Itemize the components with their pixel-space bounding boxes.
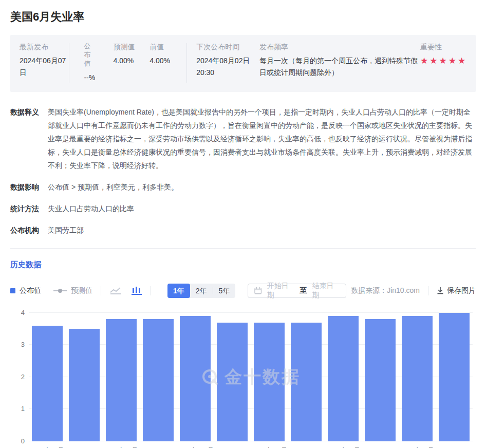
range-button-1y[interactable]: 1年 xyxy=(167,284,190,298)
bar-chart-icon[interactable] xyxy=(131,286,142,295)
x-axis-tick-label: 2023年 6月 xyxy=(29,446,66,448)
bar-cell xyxy=(325,313,362,441)
section-label: 公布机构 xyxy=(10,223,48,237)
bar-2023-09[interactable] xyxy=(143,319,174,441)
section-label: 统计方法 xyxy=(10,202,48,215)
published-value-label: 公布值 xyxy=(84,42,91,68)
frequency-label: 发布频率 xyxy=(259,42,420,51)
bar-cell xyxy=(177,313,214,441)
data-source-text: 数据来源：Jin10.com xyxy=(351,286,420,295)
x-axis-tick-label: 2023年12月 xyxy=(251,446,288,448)
save-image-button[interactable]: 保存图片 xyxy=(437,286,476,295)
published-value: --% xyxy=(84,72,113,84)
x-axis-tick-label: 2023年 10月 xyxy=(177,446,214,448)
x-axis-tick-label xyxy=(140,446,177,448)
date-range-picker[interactable]: 开始日期 至 结束日期 xyxy=(248,284,346,298)
bar-2023-06[interactable] xyxy=(32,326,63,441)
bar-cell xyxy=(140,313,177,441)
divider xyxy=(186,43,187,83)
bar-cell xyxy=(29,313,66,441)
latest-release-value: 2024年06月07日 xyxy=(20,55,69,79)
x-axis-tick-label xyxy=(362,446,399,448)
indicator-sections: 数据释义 美国失业率(Unemployment Rate)，也是美国就业报告中的… xyxy=(10,105,476,237)
bar-2023-11[interactable] xyxy=(217,323,248,441)
legend-published-swatch xyxy=(10,288,15,293)
x-axis-tick-label xyxy=(66,446,103,448)
latest-release-col: 最新发布 2024年06月07日 xyxy=(20,42,69,84)
legend-forecast-swatch xyxy=(53,290,67,291)
forecast-value-label: 预测值 xyxy=(113,42,149,51)
bar-2023-10[interactable] xyxy=(180,316,211,441)
bars-row xyxy=(29,313,473,441)
section-label: 数据影响 xyxy=(10,180,48,194)
section-row-agency: 公布机构 美国劳工部 xyxy=(10,223,476,237)
bar-cell xyxy=(214,313,251,441)
start-date-input[interactable]: 开始日期 xyxy=(267,282,295,300)
range-button-2y[interactable]: 2年 xyxy=(190,284,213,298)
range-button-group: 1年 2年 5年 xyxy=(167,284,235,298)
forecast-value: 4.00% xyxy=(113,55,149,67)
frequency-col: 发布频率 每月一次（每月的第一个周五公布，遇到特殊节假日或统计周期问题除外） xyxy=(259,42,420,84)
bar-cell xyxy=(66,313,103,441)
section-divider xyxy=(10,248,476,249)
legend-forecast-label: 预测值 xyxy=(71,286,92,295)
bar-2024-04[interactable] xyxy=(402,316,433,441)
next-release-value: 2024年08月02日 20:30 xyxy=(196,55,259,79)
divider xyxy=(428,286,428,295)
legend-published[interactable]: 公布值 xyxy=(10,286,41,295)
y-axis-tick-label: 0 xyxy=(15,437,25,445)
y-axis-tick-label: 1 xyxy=(15,405,25,413)
section-row-definition: 数据释义 美国失业率(Unemployment Rate)，也是美国就业报告中的… xyxy=(10,105,476,172)
section-text: 公布值 > 预期值，利空美元，利多非美。 xyxy=(48,180,476,194)
section-text: 美国失业率(Unemployment Rate)，也是美国就业报告中的另外一个项… xyxy=(48,105,476,172)
bar-cell xyxy=(103,313,140,441)
divider xyxy=(151,286,151,295)
bar-cell xyxy=(436,313,473,441)
bar-2024-02[interactable] xyxy=(328,316,359,441)
section-row-method: 统计方法 失业人口占劳动人口的比率 xyxy=(10,202,476,215)
section-row-impact: 数据影响 公布值 > 预期值，利空美元，利多非美。 xyxy=(10,180,476,194)
importance-label: 重要性 xyxy=(420,42,466,51)
divider xyxy=(101,286,101,295)
indicator-summary-bar: 最新发布 2024年06月07日 公布值 --% 预测值 4.00% 前值 4.… xyxy=(10,35,476,92)
legend-published-label: 公布值 xyxy=(20,286,41,295)
end-date-input[interactable]: 结束日期 xyxy=(312,282,340,300)
latest-release-label: 最新发布 xyxy=(20,42,69,51)
importance-col: 重要性 ★★★★★ xyxy=(420,42,466,84)
x-axis-tick-label xyxy=(436,446,473,448)
page: 美国6月失业率 最新发布 2024年06月07日 公布值 --% 预测值 4.0… xyxy=(0,0,486,448)
next-release-col: 下次公布时间 2024年08月02日 20:30 xyxy=(196,42,259,84)
bar-2023-12[interactable] xyxy=(254,323,285,441)
history-data-title: 历史数据 xyxy=(10,260,476,270)
bar-2024-03[interactable] xyxy=(365,319,396,441)
forecast-value-col: 预测值 4.00% xyxy=(113,42,149,84)
bar-cell xyxy=(288,313,325,441)
x-axis-tick-label: 2024年 2月 xyxy=(325,446,362,448)
bar-cell xyxy=(251,313,288,441)
next-release-label: 下次公布时间 xyxy=(196,42,259,51)
bar-2023-07[interactable] xyxy=(69,329,100,441)
section-text: 失业人口占劳动人口的比率 xyxy=(48,202,476,215)
line-chart-icon[interactable] xyxy=(109,287,122,295)
importance-stars: ★★★★★ xyxy=(420,55,466,67)
section-label: 数据释义 xyxy=(10,105,48,172)
bar-2024-05[interactable] xyxy=(439,313,470,441)
section-text: 美国劳工部 xyxy=(48,223,476,237)
bar-cell xyxy=(362,313,399,441)
bar-2024-01[interactable] xyxy=(291,323,322,441)
chart-controls: 公布值 预测值 1年 2年 5年 xyxy=(10,283,476,298)
legend-forecast[interactable]: 预测值 xyxy=(41,286,92,295)
published-value-col: 公布值 --% xyxy=(84,42,113,84)
y-axis-tick-label: 3 xyxy=(15,341,25,348)
page-title: 美国6月失业率 xyxy=(10,9,476,25)
x-axis-tick-label xyxy=(214,446,251,448)
y-axis-tick-label: 2 xyxy=(15,373,25,381)
bar-cell xyxy=(399,313,436,441)
range-button-5y[interactable]: 5年 xyxy=(213,284,236,298)
x-axis-tick-label xyxy=(288,446,325,448)
x-axis-tick-label: 2024年 4月 xyxy=(399,446,436,448)
bar-2023-08[interactable] xyxy=(106,319,137,441)
save-image-label: 保存图片 xyxy=(447,286,476,295)
previous-value: 4.00% xyxy=(149,55,186,67)
previous-value-col: 前值 4.00% xyxy=(149,42,186,84)
